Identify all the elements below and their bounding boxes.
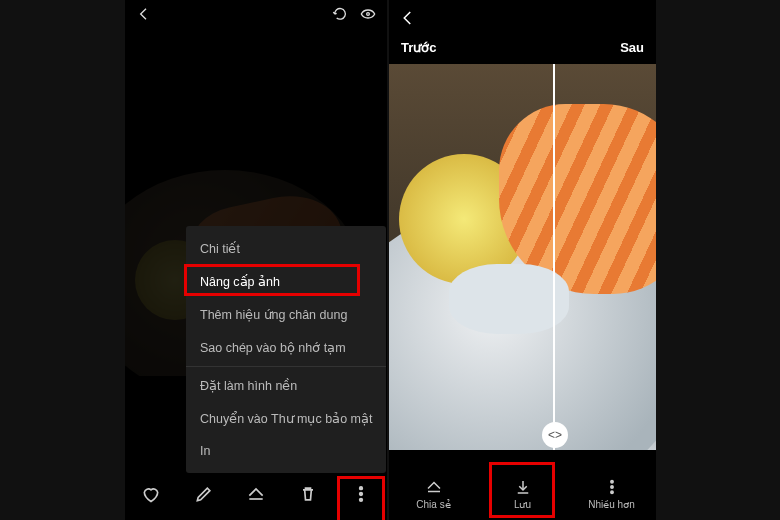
share-button[interactable] [242, 480, 270, 508]
menu-item-detail[interactable]: Chi tiết [186, 232, 386, 265]
after-label: Sau [620, 40, 644, 55]
eye-icon[interactable] [359, 5, 377, 23]
right-phone: Trước Sau <> Chia sẻ Lưu [389, 0, 656, 520]
before-label: Trước [401, 40, 437, 55]
tutorial-highlight-enhance [184, 264, 360, 296]
svg-point-8 [610, 481, 612, 483]
compare-photo [389, 64, 656, 450]
more-button[interactable]: Nhiều hơn [582, 474, 642, 510]
svg-point-10 [610, 491, 612, 493]
refresh-icon[interactable] [331, 5, 349, 23]
share-label: Chia sẻ [416, 499, 450, 510]
menu-item-print[interactable]: In [186, 435, 386, 467]
right-topbar [389, 0, 656, 36]
svg-point-0 [367, 13, 370, 16]
edit-button[interactable] [190, 480, 218, 508]
tutorial-composite: Chi tiết Nâng cấp ảnh Thêm hiệu ứng chân… [0, 0, 780, 520]
menu-divider [186, 366, 386, 367]
menu-item-wallpaper[interactable]: Đặt làm hình nền [186, 369, 386, 402]
slider-icon: <> [548, 428, 562, 442]
tutorial-highlight-more [337, 476, 385, 520]
favorite-button[interactable] [137, 480, 165, 508]
menu-item-portrait[interactable]: Thêm hiệu ứng chân dung [186, 298, 386, 331]
delete-button[interactable] [294, 480, 322, 508]
share-button[interactable]: Chia sẻ [404, 474, 464, 510]
svg-point-9 [610, 486, 612, 488]
back-icon[interactable] [399, 9, 417, 31]
back-icon[interactable] [135, 5, 153, 23]
compare-labels: Trước Sau [389, 36, 656, 61]
compare-slider-handle[interactable]: <> [542, 422, 568, 448]
more-label: Nhiều hơn [588, 499, 634, 510]
tutorial-highlight-save [489, 462, 555, 518]
menu-item-copy[interactable]: Sao chép vào bộ nhớ tạm [186, 331, 386, 364]
compare-divider[interactable] [553, 64, 555, 450]
menu-item-secure[interactable]: Chuyển vào Thư mục bảo mật [186, 402, 386, 435]
left-topbar [125, 0, 387, 24]
